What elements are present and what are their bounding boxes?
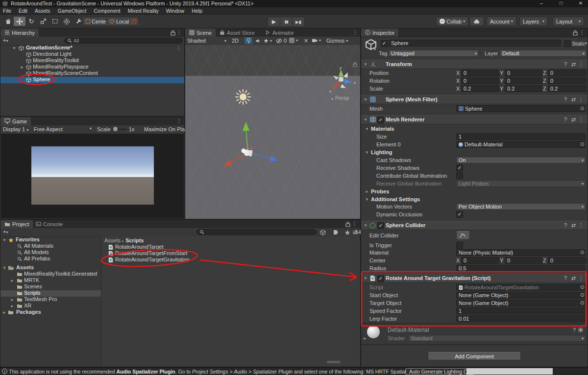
folder-row[interactable]: ► TextMesh Pro	[0, 297, 101, 303]
lock-icon[interactable]	[345, 221, 350, 227]
target-object-field[interactable]: None (Game Object)	[456, 300, 586, 306]
help-icon[interactable]: ?	[564, 96, 567, 102]
layers-dropdown[interactable]: Layers ▾	[519, 17, 548, 26]
move-gizmo[interactable]	[215, 118, 293, 177]
element0-object-field[interactable]: Default-Material	[456, 141, 586, 148]
object-picker-icon[interactable]: ⊙	[580, 249, 585, 256]
tag-dropdown[interactable]: Untagged▾	[389, 50, 479, 57]
breadcrumb-current[interactable]: Scripts	[125, 237, 144, 243]
warning-icon[interactable]: !	[2, 369, 7, 374]
camera-dropdown[interactable]: ▾	[312, 38, 321, 43]
collab-button[interactable]: ✓ Collab ▾	[436, 17, 468, 26]
mesh-renderer-header[interactable]: ▼ ✓ Mesh Renderer ? ⇄ ⋮	[361, 115, 588, 124]
lock-icon[interactable]	[573, 30, 578, 36]
favorite-item[interactable]: All Materials	[0, 243, 101, 250]
size-field[interactable]: 1	[456, 133, 586, 140]
move-tool-button[interactable]	[14, 17, 25, 26]
mesh-renderer-enabled-checkbox[interactable]: ✓	[377, 117, 384, 123]
axis-x-label[interactable]: x	[329, 89, 331, 94]
menu-gameobject[interactable]: GameObject	[58, 8, 87, 14]
shading-dropdown[interactable]: Shaded▾	[187, 38, 226, 44]
auto-generate-lighting-button[interactable]: Auto Generate Lighting Off	[406, 368, 474, 375]
rotation-x-field[interactable]: 0	[461, 77, 499, 84]
component-menu-icon[interactable]: ⋮	[578, 61, 584, 68]
layer-dropdown[interactable]: Default▾	[500, 50, 587, 57]
scale-tool-button[interactable]	[37, 17, 49, 26]
radius-field[interactable]: 0.5	[456, 265, 586, 272]
project-search-input[interactable]	[196, 229, 317, 235]
menu-component[interactable]: Component	[94, 8, 120, 14]
add-component-button[interactable]: Add Component	[428, 352, 521, 360]
maximize-button[interactable]: □	[555, 0, 567, 7]
scale-x-field[interactable]: 0.2	[461, 85, 499, 92]
speed-factor-field[interactable]: 1	[456, 307, 586, 314]
help-icon[interactable]: ?	[564, 117, 567, 122]
audio-toggle[interactable]	[255, 38, 261, 44]
rotation-y-field[interactable]: 0	[505, 77, 542, 84]
lock-icon[interactable]	[171, 30, 175, 36]
tab-project[interactable]: Project	[0, 220, 33, 228]
object-picker-icon[interactable]: ⊙	[580, 292, 585, 298]
edit-collider-button[interactable]	[456, 231, 470, 240]
display-dropdown[interactable]: Display 1 ▾	[3, 126, 28, 132]
cast-shadows-dropdown[interactable]: On▾	[456, 157, 586, 164]
aspect-dropdown[interactable]: Free Aspect▾	[34, 126, 93, 132]
rotation-z-field[interactable]: 0	[548, 77, 587, 84]
name-field[interactable]: Sphere	[389, 40, 561, 47]
create-button[interactable]: +▾	[3, 37, 8, 43]
asset-file-row[interactable]: RotateAroundTargetGravitation	[101, 257, 360, 263]
2d-toggle[interactable]: 2D	[232, 38, 239, 44]
menu-mixed-reality[interactable]: Mixed Reality	[128, 8, 159, 14]
scale-z-field[interactable]: 0.2	[548, 85, 587, 92]
scene-viewport[interactable]: y z x ◄ Persp	[185, 45, 360, 219]
hierarchy-menu-icon[interactable]: ⋮	[176, 29, 182, 36]
cloud-button[interactable]	[469, 17, 484, 26]
scene-lock-icon[interactable]	[353, 62, 357, 67]
receive-shadows-checkbox[interactable]: ✓	[456, 164, 463, 171]
foldout-icon[interactable]: ▼	[12, 45, 16, 51]
static-checkbox[interactable]	[564, 40, 571, 47]
hierarchy-search-input[interactable]: All	[64, 38, 183, 44]
presets-icon[interactable]: ⇄	[571, 275, 576, 281]
presets-icon[interactable]: ⇄	[571, 96, 576, 103]
tab-console[interactable]: Console	[32, 220, 67, 228]
rotate-tool-button[interactable]: ↻	[25, 17, 37, 26]
sphere-collider-enabled-checkbox[interactable]: ✓	[377, 222, 384, 229]
hierarchy-row-scene[interactable]: ▼ GravitationScene* ⋮	[0, 45, 184, 51]
menu-edit[interactable]: Edit	[19, 8, 27, 14]
axis-y-label[interactable]: y	[340, 66, 342, 70]
presets-icon[interactable]: ⇄	[571, 222, 576, 229]
physic-material-field[interactable]: None (Physic Material)	[456, 249, 586, 256]
transform-header[interactable]: ▼ Transform ? ⇄ ⋮	[361, 60, 588, 69]
search-by-type-icon[interactable]	[320, 230, 326, 235]
horizontal-scrollbar[interactable]	[327, 361, 341, 363]
grid-visibility-dropdown[interactable]: ▾	[289, 38, 298, 43]
object-picker-icon[interactable]: ⊙	[580, 300, 585, 306]
lighting-toggle[interactable]	[245, 37, 252, 44]
tab-game[interactable]: Game	[0, 117, 31, 125]
scene-menu-icon[interactable]: ⋮	[352, 29, 358, 36]
scene-menu-icon[interactable]: ⋮	[176, 45, 181, 51]
lerp-factor-field[interactable]: 0.01	[456, 315, 586, 322]
inspector-menu-icon[interactable]: ⋮	[579, 29, 585, 36]
search-by-label-icon[interactable]	[334, 230, 338, 234]
favorites-filter-icon[interactable]	[344, 230, 350, 235]
help-icon[interactable]: ?	[564, 61, 567, 67]
probes-foldout[interactable]: ►Probes	[361, 188, 588, 195]
transform-tool-button[interactable]	[61, 17, 73, 26]
hand-tool-button[interactable]	[2, 17, 14, 26]
project-menu-icon[interactable]: ⋮	[352, 221, 357, 227]
component-menu-icon[interactable]: ⋮	[578, 275, 584, 281]
menu-help[interactable]: Help	[192, 8, 202, 14]
position-z-field[interactable]: 0	[548, 70, 587, 76]
tab-animator[interactable]: Animator	[261, 28, 298, 37]
perspective-toggle[interactable]: ◄ Persp	[330, 95, 349, 101]
close-button[interactable]: ✕	[575, 0, 587, 7]
lighting-foldout[interactable]: ▼Lighting	[361, 148, 588, 156]
position-x-field[interactable]: 0	[461, 70, 499, 76]
directional-light-gizmo[interactable]	[234, 88, 252, 106]
contribute-gi-checkbox[interactable]	[456, 172, 463, 179]
object-picker-icon[interactable]: ⊙	[580, 284, 585, 290]
account-dropdown[interactable]: Account ▾	[487, 17, 516, 26]
dynamic-occlusion-checkbox[interactable]: ✓	[456, 211, 463, 218]
